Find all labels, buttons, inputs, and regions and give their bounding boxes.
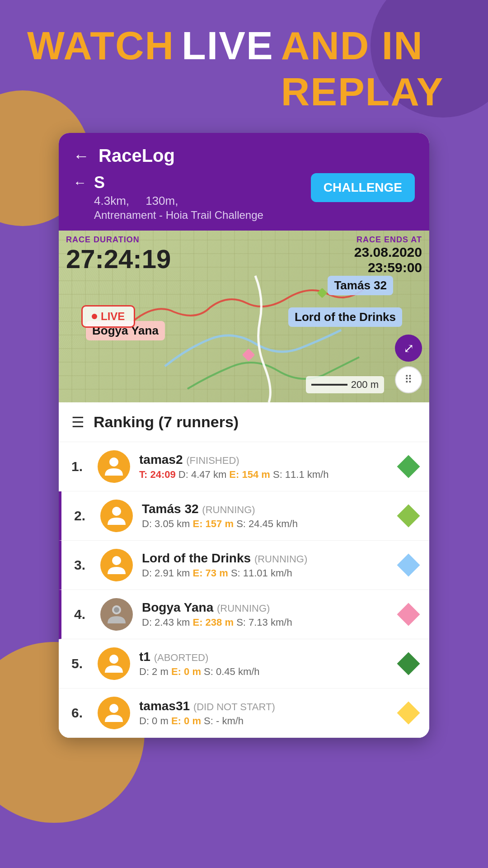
map-expand-button[interactable]: ⤢	[395, 335, 422, 362]
app-header: ← RaceLog ← S 4.3km, 130m, Antrenament -…	[59, 133, 429, 231]
scale-bar	[311, 384, 347, 386]
runner-color-diamond	[397, 554, 420, 577]
ranking-title-text: Ranking	[94, 413, 154, 430]
ranking-runner-count: (7 runners)	[159, 413, 239, 430]
runner-avatar	[100, 500, 133, 532]
runner-name-line: tamas2 (FINISHED)	[139, 453, 395, 467]
live-badge: LIVE	[81, 305, 135, 328]
runner-name: t1	[139, 650, 150, 664]
runner-color-diamond	[397, 603, 420, 626]
ranking-section: ☰ Ranking (7 runners) 1. tamas2 (FINISHE…	[59, 402, 429, 738]
runner-avatar	[98, 697, 130, 729]
runner-name-line: Lord of the Drinks (RUNNING)	[142, 551, 395, 566]
app-card: ← RaceLog ← S 4.3km, 130m, Antrenament -…	[59, 133, 429, 738]
runner-row-6[interactable]: 6. tamas31 (DID NOT START) D: 0 m E: 0 m…	[59, 689, 429, 738]
runner-rank: 6.	[71, 705, 94, 721]
page-header: WATCH LIVE AND IN REPLAY	[0, 0, 488, 124]
runner-avatar	[98, 450, 130, 483]
runner-avatar	[100, 549, 133, 581]
map-area: RACE DURATION 27:24:19 RACE ENDS AT 23.0…	[59, 231, 429, 402]
runner-stats: D: 3.05 km E: 157 m S: 24.45 km/h	[142, 518, 395, 530]
map-scale: 200 m	[306, 376, 384, 393]
runner-avatar	[100, 598, 133, 631]
runner-rank: 1.	[71, 459, 94, 474]
runner-status: (RUNNING)	[202, 504, 255, 515]
header-live: LIVE	[182, 23, 274, 69]
ranking-title: Ranking (7 runners)	[94, 413, 239, 431]
runner-stats: D: 0 m E: 0 m S: - km/h	[139, 715, 395, 727]
svg-point-2	[109, 458, 118, 467]
runner-stats: D: 2.91 km E: 73 m S: 11.01 km/h	[142, 567, 395, 579]
runner-row-4[interactable]: 4. Bogya Yana (RUNNING) D: 2.43 km E: 23…	[59, 590, 429, 639]
runner-status: (RUNNING)	[217, 603, 270, 614]
runner-name: Lord of the Drinks	[142, 551, 251, 565]
runner-color-diamond	[397, 455, 420, 478]
ranking-header: ☰ Ranking (7 runners)	[59, 402, 429, 442]
map-grid-button[interactable]: ⠿	[395, 366, 422, 393]
svg-point-6	[114, 607, 119, 613]
runner-row-5[interactable]: 5. t1 (ABORTED) D: 2 m E: 0 m S: 0.45 km…	[59, 639, 429, 689]
race-duration-time: 27:24:19	[66, 245, 171, 274]
runner-name: Bogya Yana	[142, 600, 213, 614]
map-runner-label-lord: Lord of the Drinks	[288, 307, 402, 327]
runner-color-diamond	[397, 702, 420, 725]
race-ends-overlay: RACE ENDS AT 23.08.2020 23:59:00	[354, 235, 422, 275]
app-title: RaceLog	[99, 146, 175, 166]
svg-point-3	[112, 507, 121, 516]
race-duration-overlay: RACE DURATION 27:24:19	[66, 235, 171, 274]
runner-color-diamond	[397, 505, 420, 528]
runner-row-3[interactable]: 3. Lord of the Drinks (RUNNING) D: 2.91 …	[59, 541, 429, 590]
runner-name-line: tamas31 (DID NOT START)	[139, 699, 395, 713]
race-info-left: ← S 4.3km, 130m, Antrenament - Hoia Trai…	[73, 173, 263, 222]
race-ends-date: 23.08.2020	[354, 245, 422, 260]
runner-avatar	[98, 647, 130, 680]
runner-info: Bogya Yana (RUNNING) D: 2.43 km E: 238 m…	[142, 600, 395, 628]
runner-status: (ABORTED)	[154, 652, 209, 663]
runner-stats: T: 24:09 D: 4.47 km E: 154 m S: 11.1 km/…	[139, 469, 395, 481]
runner-name-line: Bogya Yana (RUNNING)	[142, 600, 395, 615]
svg-point-8	[109, 704, 118, 713]
runner-name: tamas31	[139, 699, 190, 713]
runner-status: (DID NOT START)	[193, 701, 275, 712]
race-distance: 4.3km,	[94, 194, 129, 208]
runner-row-1[interactable]: 1. tamas2 (FINISHED) T: 24:09 D: 4.47 km…	[59, 442, 429, 491]
runner-rank: 3.	[74, 557, 97, 573]
svg-point-7	[109, 655, 118, 664]
hamburger-icon[interactable]: ☰	[71, 414, 84, 431]
runner-status: (RUNNING)	[254, 553, 307, 565]
back-button[interactable]: ←	[73, 146, 89, 165]
app-header-info: ← S 4.3km, 130m, Antrenament - Hoia Trai…	[73, 173, 415, 222]
race-ends-time: 23:59:00	[354, 260, 422, 275]
runner-rank: 2.	[74, 508, 97, 524]
runner-info: tamas2 (FINISHED) T: 24:09 D: 4.47 km E:…	[139, 453, 395, 481]
race-stats: 4.3km, 130m,	[94, 194, 263, 208]
race-full-name: Antrenament - Hoia Trail Challenge	[94, 209, 263, 222]
race-code: S	[94, 173, 263, 192]
runner-rank: 4.	[74, 607, 97, 622]
header-and-in-replay: AND IN REPLAY	[281, 23, 461, 115]
runner-list: 1. tamas2 (FINISHED) T: 24:09 D: 4.47 km…	[59, 442, 429, 738]
svg-point-4	[112, 556, 121, 565]
challenge-button[interactable]: CHALLENGE	[311, 173, 415, 202]
runner-info: t1 (ABORTED) D: 2 m E: 0 m S: 0.45 km/h	[139, 650, 395, 678]
runner-name: tamas2	[139, 453, 183, 467]
live-dot	[92, 314, 97, 319]
runner-name-line: t1 (ABORTED)	[139, 650, 395, 664]
scale-label: 200 m	[351, 379, 379, 391]
runner-name: Tamás 32	[142, 502, 199, 516]
runner-status: (FINISHED)	[186, 455, 239, 466]
runner-info: Lord of the Drinks (RUNNING) D: 2.91 km …	[142, 551, 395, 579]
runner-info: Tamás 32 (RUNNING) D: 3.05 km E: 157 m S…	[142, 502, 395, 530]
svg-rect-0	[242, 349, 255, 361]
header-watch: WATCH	[27, 23, 174, 69]
live-label: LIVE	[101, 310, 125, 323]
svg-rect-1	[317, 288, 328, 298]
runner-color-diamond	[397, 652, 420, 675]
runner-row-2[interactable]: 2. Tamás 32 (RUNNING) D: 3.05 km E: 157 …	[59, 491, 429, 541]
runner-rank: 5.	[71, 656, 94, 671]
race-elevation: 130m,	[145, 194, 178, 208]
app-header-top: ← RaceLog	[73, 146, 415, 166]
race-ends-label: RACE ENDS AT	[354, 235, 422, 245]
race-back-button[interactable]: ←	[73, 175, 87, 190]
runner-info: tamas31 (DID NOT START) D: 0 m E: 0 m S:…	[139, 699, 395, 727]
